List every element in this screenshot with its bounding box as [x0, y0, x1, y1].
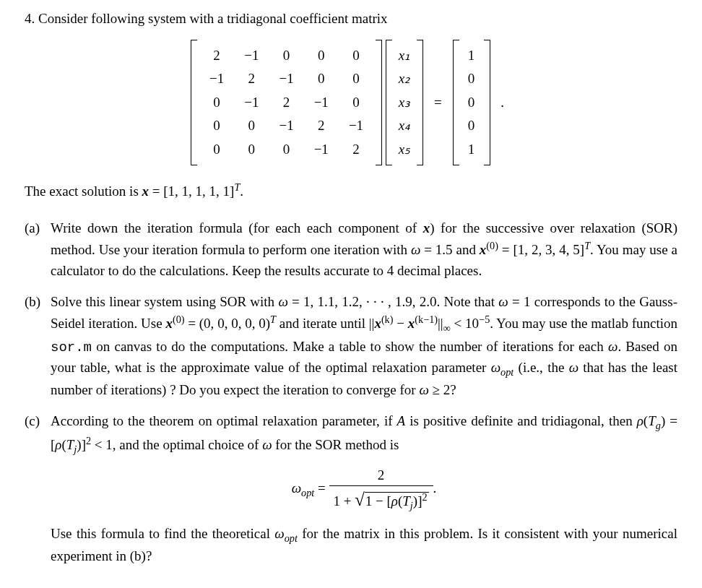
exact-solution: The exact solution is x = [1, 1, 1, 1, 1… — [25, 180, 677, 202]
equals-sign: = — [434, 92, 442, 113]
sqrt-icon: √1 − [ρ(Tj)]2 — [355, 486, 428, 514]
fraction: 21 + √1 − [ρ(Tj)]2 — [329, 465, 433, 514]
omega-opt-formula: ωopt = 21 + √1 − [ρ(Tj)]2. — [51, 465, 677, 514]
part-b: (b)Solve this linear system using SOR wi… — [51, 292, 677, 401]
vector-b: 1 0 0 0 1 — [453, 40, 490, 166]
part-a: (a)Write down the iteration formula (for… — [51, 218, 677, 282]
part-c: (c)According to the theorem on optimal r… — [51, 411, 677, 567]
problem-intro: 4. Consider following system with a trid… — [25, 9, 677, 30]
part-a-label: (a) — [25, 218, 51, 239]
problem-number: 4. — [25, 11, 35, 26]
trailing-period: . — [500, 92, 504, 113]
part-c-label: (c) — [25, 411, 51, 432]
part-b-label: (b) — [25, 292, 51, 313]
matrix-a: 2−1000 −12−100 0−12−10 00−12−1 000−12 — [191, 40, 382, 166]
intro-text: Consider following system with a tridiag… — [38, 11, 388, 26]
matrix-equation: 2−1000 −12−100 0−12−10 00−12−1 000−12 x₁… — [25, 40, 677, 166]
vector-x: x₁ x₂ x₃ x₄ x₅ — [386, 40, 423, 166]
